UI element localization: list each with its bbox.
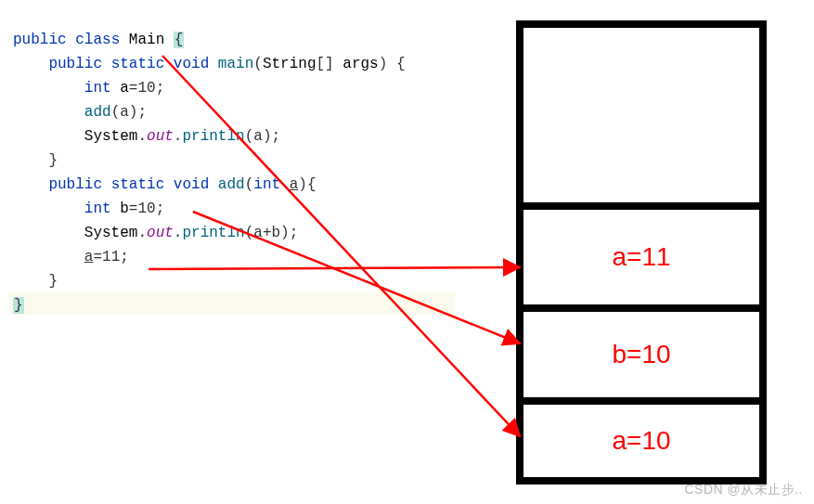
stack-cell-2: b=10 — [516, 308, 767, 401]
code-line-7: public static void add(int a){ — [13, 176, 317, 193]
code-line-12: } — [13, 297, 24, 314]
code-line-4: add(a); — [13, 104, 147, 121]
code-line-1: public class Main { — [13, 32, 184, 48]
memory-stack: a=11 b=10 a=10 — [516, 20, 767, 485]
fold-icon — [0, 2, 9, 20]
stack-cell-3: a=10 — [516, 401, 767, 481]
code-line-9: System.out.println(a+b); — [13, 225, 298, 241]
code-line-6: } — [13, 152, 58, 169]
code-line-5: System.out.println(a); — [13, 128, 280, 145]
watermark: CSDN @从未止步.. — [684, 482, 803, 498]
code-line-2: public static void main(String[] args) { — [13, 56, 406, 72]
close-brace-highlight: } — [13, 297, 24, 314]
code-block: public class Main { public static void m… — [0, 2, 464, 319]
code-line-10: a=11; — [13, 249, 129, 265]
code-line-11: } — [13, 273, 58, 290]
stack-cell-1: a=11 — [516, 206, 767, 308]
code-line-8: int b=10; — [13, 200, 164, 217]
code-line-3: int a=10; — [13, 80, 164, 97]
open-brace-highlight: { — [174, 32, 185, 48]
